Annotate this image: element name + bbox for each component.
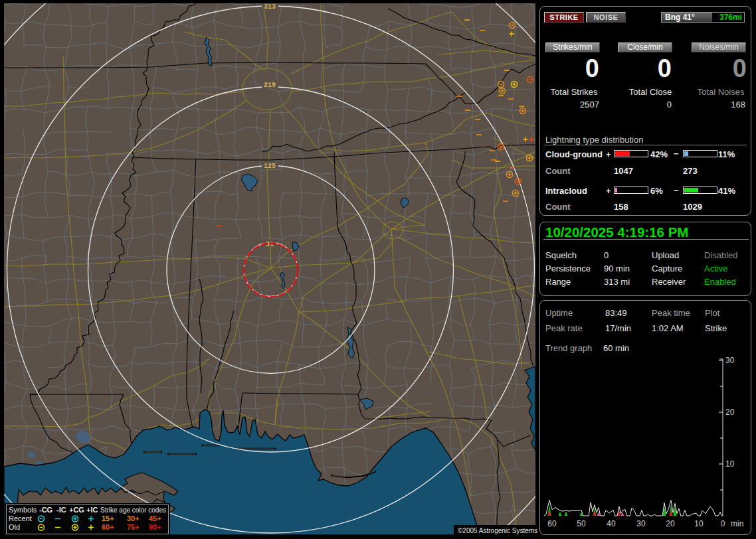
svg-text:30: 30 <box>636 519 646 528</box>
svg-text:60: 60 <box>547 519 557 528</box>
svg-text:min: min <box>731 519 743 528</box>
svg-text:0: 0 <box>721 519 725 528</box>
svg-text:10: 10 <box>725 459 735 469</box>
svg-text:20: 20 <box>666 519 675 528</box>
svg-text:10: 10 <box>694 519 704 528</box>
svg-text:50: 50 <box>577 519 586 528</box>
svg-text:40: 40 <box>607 519 616 528</box>
svg-text:20: 20 <box>725 408 735 417</box>
svg-text:30: 30 <box>725 356 735 365</box>
